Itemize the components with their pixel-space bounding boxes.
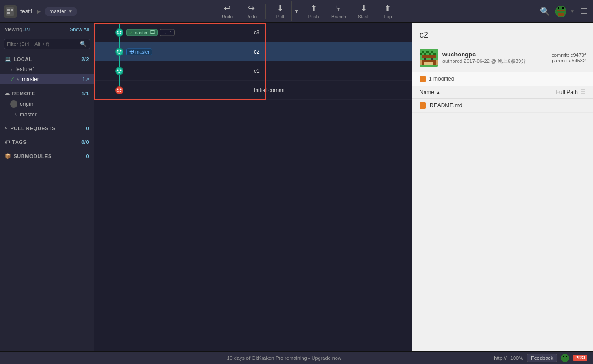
local-section-header[interactable]: 💻 LOCAL 2/2 — [0, 54, 94, 64]
pr-count: 0 — [86, 126, 89, 131]
remote-section: ☁ REMOTE 1/1 origin ⑂ master — [0, 86, 94, 121]
master-left: ✓ ⑂ master — [10, 76, 39, 83]
local-count: 2/2 — [81, 56, 89, 62]
sort-asc-icon[interactable]: ▲ — [436, 90, 441, 95]
viewing-label: Viewing — [5, 27, 22, 32]
author-info: wuchongpc authored 2017-06-22 @ 晚上6点39分 — [442, 51, 547, 65]
remote-section-header[interactable]: ☁ REMOTE 1/1 — [0, 88, 94, 99]
sidebar-item-origin[interactable]: origin — [0, 99, 94, 110]
commit-msg-c1: c1 — [250, 68, 260, 74]
toolbar-center: ↩ Undo ↪ Redo ⬇ Pull ▼ ⬆ Push ⑂ Branch ⬇ — [79, 1, 536, 21]
redo-button[interactable]: ↪ Redo — [240, 1, 263, 21]
search-icon: 🔍 — [80, 41, 87, 47]
name-col-header: Name ▲ — [420, 89, 441, 95]
graph-svg-initial — [94, 81, 250, 100]
remote-header-left: ☁ REMOTE — [5, 90, 35, 96]
pc-icon — [150, 30, 155, 35]
list-view-icon[interactable]: ☰ — [581, 89, 586, 95]
right-panel: c2 — [412, 23, 593, 364]
svg-point-28 — [116, 87, 123, 94]
submodules-label: SUBMODULES — [14, 154, 52, 159]
branch-labels-c3: ✓ master →+1 — [126, 29, 175, 36]
feature1-label: feature1 — [15, 66, 35, 72]
feedback-button[interactable]: Feedback — [527, 354, 557, 362]
redo-icon: ↪ — [248, 3, 255, 13]
pop-button[interactable]: ⬆ Pop — [376, 1, 399, 21]
commit-row-initial[interactable]: Initial commit — [94, 81, 412, 100]
svg-rect-14 — [150, 31, 155, 34]
user-avatar[interactable] — [555, 6, 566, 17]
graph-area: ✓ master →+1 c3 — [94, 23, 412, 364]
commit-msg-c3: c3 — [250, 29, 260, 36]
path-col-label: Full Path — [556, 89, 578, 95]
file-modified-icon — [420, 102, 426, 109]
commit-row-c3[interactable]: ✓ master →+1 c3 — [94, 23, 412, 42]
commit-row-c1[interactable]: c1 — [94, 61, 412, 81]
commit-row-c2[interactable]: master c2 — [94, 42, 412, 61]
submodules-count: 0 — [86, 154, 89, 159]
sidebar-search: 🔍 — [4, 39, 90, 49]
branch-button[interactable]: ⑂ Branch — [326, 2, 352, 21]
svg-rect-47 — [563, 356, 564, 357]
graph-col-initial — [94, 81, 250, 100]
branch-selector[interactable]: master ▼ — [45, 7, 77, 16]
pull-dropdown-button[interactable]: ▼ — [291, 1, 301, 21]
file-item-readme[interactable]: README.md — [412, 99, 593, 113]
name-col-label: Name — [420, 89, 434, 95]
undo-label: Undo — [222, 14, 233, 19]
check-icon: ✓ — [129, 30, 133, 35]
commit-author: wuchongpc authored 2017-06-22 @ 晚上6点39分 … — [412, 44, 593, 72]
sidebar-item-master-local[interactable]: ✓ ⑂ master 1↗ — [0, 74, 94, 84]
commit-hash: commit: c9470f — [551, 52, 586, 58]
modified-icon — [420, 76, 426, 82]
svg-rect-48 — [566, 356, 567, 357]
submodules-section: 📦 SUBMODULES 0 — [0, 149, 94, 163]
search-button[interactable]: 🔍 — [538, 5, 552, 18]
sidebar-item-origin-master[interactable]: ⑂ master — [0, 110, 94, 120]
svg-point-25 — [117, 69, 119, 71]
pop-icon: ⬆ — [384, 3, 391, 13]
master-check-icon: ✓ — [10, 76, 15, 83]
tags-header[interactable]: 🏷 TAGS 0/0 — [0, 137, 94, 147]
promo-text[interactable]: 10 days of GitKraken Pro remaining - Upg… — [74, 355, 494, 361]
commit-title: c2 — [412, 23, 593, 44]
author-avatar — [420, 49, 438, 67]
svg-point-26 — [120, 69, 122, 71]
bottom-bar: 10 days of GitKraken Pro remaining - Upg… — [0, 351, 593, 364]
graph-svg-c1 — [94, 61, 250, 81]
tags-header-left: 🏷 TAGS — [5, 139, 27, 145]
file-left: README.md — [420, 102, 462, 109]
pull-requests-header[interactable]: ⑂ PULL REQUESTS 0 — [0, 123, 94, 133]
svg-rect-46 — [561, 354, 569, 362]
show-all-button[interactable]: Show All — [70, 27, 89, 32]
origin-master-left: ⑂ master — [15, 111, 37, 118]
svg-rect-3 — [7, 12, 10, 14]
svg-rect-33 — [426, 51, 429, 53]
sidebar-item-feature1[interactable]: ⑂ feature1 — [0, 64, 94, 74]
stash-button[interactable]: ⬇ Stash — [352, 1, 375, 21]
push-button[interactable]: ⬆ Push — [302, 1, 325, 21]
tag-icon: 🏷 — [5, 139, 10, 145]
toolbar-right: 🔍 ▼ ☰ — [538, 5, 589, 18]
menu-button[interactable]: ☰ — [578, 5, 589, 18]
undo-button[interactable]: ↩ Undo — [216, 1, 239, 21]
svg-rect-7 — [562, 7, 564, 9]
svg-rect-41 — [431, 58, 433, 60]
commit-msg-c2: c2 — [250, 49, 260, 55]
svg-rect-40 — [424, 58, 426, 60]
pull-dropdown-arrow: ▼ — [294, 8, 299, 15]
branch-icon-feature1: ⑂ — [10, 67, 13, 72]
branch-icon-origin-master: ⑂ — [15, 112, 17, 117]
toolbar-left: test1 ▶ master ▼ — [4, 5, 77, 18]
pro-badge: PRO — [573, 355, 587, 361]
sidebar-viewing: Viewing 3/3 Show All — [0, 23, 94, 36]
author-action: authored — [442, 58, 462, 64]
user-dropdown-arrow[interactable]: ▼ — [570, 9, 575, 14]
submodules-header[interactable]: 📦 SUBMODULES 0 — [0, 151, 94, 161]
pull-button[interactable]: ⬇ Pull — [269, 1, 291, 21]
zoom-level: 100% — [510, 355, 523, 361]
svg-rect-43 — [420, 60, 422, 65]
svg-rect-0 — [6, 7, 14, 16]
master-label: master — [22, 76, 39, 83]
search-input[interactable] — [7, 41, 80, 47]
